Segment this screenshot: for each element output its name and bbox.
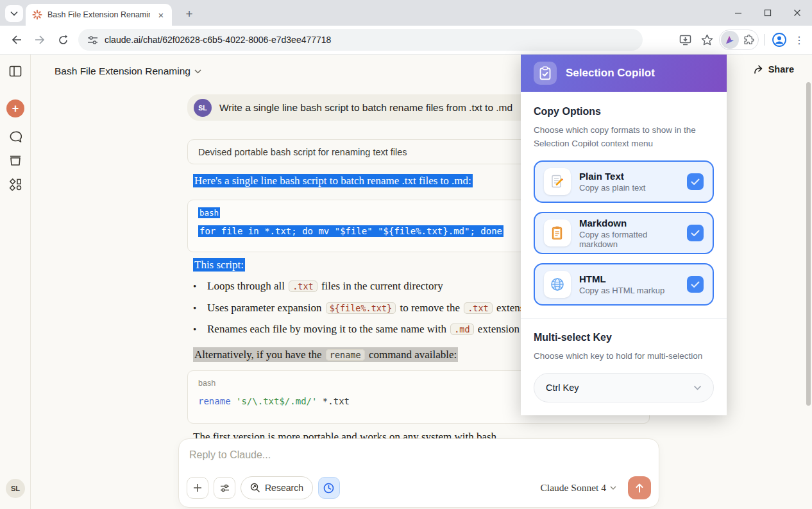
- research-button[interactable]: Research: [241, 476, 313, 499]
- option-plain-text[interactable]: Plain Text Copy as plain text: [534, 160, 714, 203]
- tab-title: Bash File Extension Renaming -: [47, 10, 150, 19]
- code-language-label: bash: [198, 207, 220, 218]
- send-button[interactable]: [628, 476, 651, 499]
- new-tab-button[interactable]: +: [181, 6, 198, 22]
- share-button[interactable]: Share: [754, 64, 794, 74]
- browser-tab[interactable]: Bash File Extension Renaming - ×: [26, 4, 172, 26]
- memo-icon: [544, 168, 571, 195]
- selected-text: This script:: [193, 258, 245, 272]
- url-bar[interactable]: claude.ai/chat/62f02628-c6b5-4022-8006-e…: [78, 29, 643, 51]
- sidebar-item-chats[interactable]: [7, 128, 24, 145]
- option-markdown[interactable]: Markdown Copy as formatted markdown: [534, 212, 714, 254]
- forward-button[interactable]: [30, 30, 50, 50]
- option-sublabel: Copy as plain text: [579, 183, 679, 193]
- inline-code: .md: [450, 324, 473, 335]
- selection-copilot-extension-button[interactable]: [721, 31, 739, 49]
- reload-button[interactable]: [53, 30, 73, 50]
- list-item: • Uses parameter expansion ${file%.txt} …: [193, 300, 538, 316]
- share-label: Share: [768, 64, 794, 74]
- clock-icon: [323, 483, 334, 494]
- inline-code: ${file%.txt}: [326, 302, 396, 314]
- bookmark-button[interactable]: [697, 30, 716, 49]
- install-icon: [679, 35, 691, 46]
- copy-options-description: Choose which copy formats to show in the…: [534, 123, 714, 150]
- reply-composer: Research Claude Sonnet 4: [178, 438, 659, 508]
- dropdown-selected-value: Ctrl Key: [546, 383, 579, 393]
- window-maximize-button[interactable]: [753, 0, 782, 26]
- window-minimize-button[interactable]: [723, 0, 753, 26]
- install-app-button[interactable]: [675, 30, 695, 49]
- option-html[interactable]: HTML Copy as HTML markup: [534, 263, 714, 306]
- tools-button[interactable]: [214, 477, 235, 499]
- selected-text: Here's a single line bash script to batc…: [193, 174, 473, 187]
- tab-search-button[interactable]: [5, 5, 23, 22]
- window-close-button[interactable]: [782, 0, 812, 26]
- inline-code: rename: [326, 349, 365, 361]
- sliders-icon: [220, 484, 230, 492]
- send-arrow-icon: [635, 483, 644, 493]
- popup-title: Selection Copilot: [566, 67, 655, 80]
- chevron-down-icon: [10, 11, 18, 16]
- plus-icon: [193, 483, 202, 492]
- sidebar-item-projects[interactable]: [7, 152, 24, 169]
- bullet-text: Uses parameter expansion: [207, 302, 325, 314]
- selection-copilot-popup: Selection Copilot Copy Options Choose wh…: [521, 55, 727, 415]
- sidebar-toggle-button[interactable]: [7, 63, 24, 80]
- tab-close-icon[interactable]: ×: [155, 9, 167, 21]
- forward-icon: [34, 35, 46, 45]
- shapes-grid-icon: [10, 178, 22, 191]
- response-intro: Here's a single line bash script to batc…: [193, 175, 473, 187]
- browser-titlebar: Bash File Extension Renaming - × +: [0, 0, 812, 26]
- popup-divider: [521, 318, 727, 319]
- toolbar-separator: [764, 34, 765, 46]
- minimize-icon: [734, 9, 742, 17]
- model-selector[interactable]: Claude Sonnet 4: [541, 482, 616, 494]
- chevron-down-icon: [693, 385, 702, 390]
- profile-button[interactable]: [770, 30, 789, 49]
- response-bullet-list: • Loops through all .txt files in the cu…: [193, 279, 538, 343]
- sidebar-item-artifacts[interactable]: [7, 176, 24, 193]
- option-sublabel: Copy as formatted markdown: [579, 230, 679, 249]
- profile-avatar[interactable]: SL: [6, 479, 25, 498]
- page-scrollbar[interactable]: [806, 82, 811, 406]
- code-line-selected: for file in *.txt; do mv "$file" "${file…: [198, 225, 503, 237]
- model-label: Claude Sonnet 4: [541, 482, 606, 494]
- clipboard-icon: [544, 220, 571, 246]
- checkbox-checked[interactable]: [687, 276, 704, 293]
- check-icon: [691, 281, 700, 288]
- alt-text: command available:: [366, 349, 457, 361]
- list-item: • Renames each file by moving it to the …: [193, 322, 538, 337]
- code-token-command: rename: [198, 396, 231, 406]
- extensions-pill: [719, 30, 759, 50]
- multi-select-key-dropdown[interactable]: Ctrl Key: [534, 373, 714, 402]
- close-icon: [793, 9, 801, 17]
- research-icon: [250, 483, 260, 493]
- code-token-string: 's/\.txt$/.md/': [231, 396, 317, 406]
- conversation-title[interactable]: Bash File Extension Renaming: [55, 65, 201, 77]
- thinking-summary-text: Devised portable bash script for renamin…: [198, 147, 407, 157]
- bullet-text: Loops through all: [207, 280, 287, 292]
- sidebar: + SL: [0, 55, 31, 509]
- history-button[interactable]: [318, 477, 340, 499]
- extensions-menu-button[interactable]: [740, 31, 757, 48]
- new-chat-button[interactable]: +: [6, 99, 24, 117]
- bullet-dot: •: [193, 300, 207, 316]
- profile-avatar-icon: [772, 32, 787, 47]
- checkbox-checked[interactable]: [687, 225, 704, 241]
- multi-select-description: Choose which key to hold for multi-selec…: [534, 349, 714, 363]
- bullet-dot: •: [193, 322, 207, 337]
- box-icon: [9, 155, 22, 166]
- browser-menu-button[interactable]: ⋮: [791, 34, 807, 46]
- reply-input[interactable]: [189, 449, 648, 461]
- inline-code: .txt: [464, 302, 493, 314]
- option-label: HTML: [579, 273, 679, 284]
- globe-icon: [544, 271, 571, 298]
- site-info-icon: [87, 35, 98, 45]
- copy-options-heading: Copy Options: [534, 106, 714, 117]
- research-label: Research: [265, 483, 303, 493]
- back-button[interactable]: [6, 30, 27, 50]
- checkbox-checked[interactable]: [687, 173, 704, 190]
- share-arrow-icon: [754, 65, 764, 74]
- chevron-down-icon: [194, 69, 201, 74]
- attach-button[interactable]: [187, 477, 208, 499]
